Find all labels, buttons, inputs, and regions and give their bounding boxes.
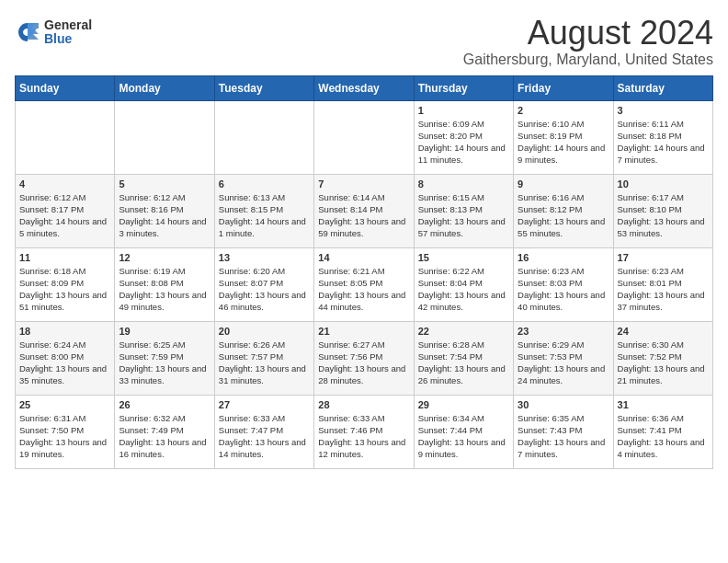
- day-number: 29: [418, 399, 509, 410]
- logo: General Blue: [15, 18, 92, 47]
- calendar-cell: 11Sunrise: 6:18 AMSunset: 8:09 PMDayligh…: [16, 247, 115, 321]
- header-sunday: Sunday: [16, 75, 115, 100]
- calendar-cell: 2Sunrise: 6:10 AMSunset: 8:19 PMDaylight…: [514, 100, 613, 174]
- calendar-cell: 23Sunrise: 6:29 AMSunset: 7:53 PMDayligh…: [514, 321, 613, 395]
- calendar-cell: 12Sunrise: 6:19 AMSunset: 8:08 PMDayligh…: [115, 247, 214, 321]
- calendar-cell: 28Sunrise: 6:33 AMSunset: 7:46 PMDayligh…: [314, 395, 414, 468]
- day-info: Sunrise: 6:32 AMSunset: 7:49 PMDaylight:…: [119, 412, 210, 461]
- day-info: Sunrise: 6:12 AMSunset: 8:16 PMDaylight:…: [119, 191, 210, 240]
- calendar-cell: 30Sunrise: 6:35 AMSunset: 7:43 PMDayligh…: [514, 395, 613, 468]
- calendar-cell: [16, 100, 115, 174]
- day-info: Sunrise: 6:34 AMSunset: 7:44 PMDaylight:…: [418, 412, 509, 461]
- day-info: Sunrise: 6:35 AMSunset: 7:43 PMDaylight:…: [518, 412, 609, 461]
- day-number: 27: [219, 399, 310, 410]
- day-number: 23: [518, 326, 609, 337]
- calendar-cell: 29Sunrise: 6:34 AMSunset: 7:44 PMDayligh…: [414, 395, 513, 468]
- calendar-cell: 3Sunrise: 6:11 AMSunset: 8:18 PMDaylight…: [613, 100, 712, 174]
- day-number: 17: [618, 252, 709, 263]
- day-number: 3: [618, 105, 709, 116]
- day-info: Sunrise: 6:14 AMSunset: 8:14 PMDaylight:…: [318, 191, 409, 240]
- day-number: 1: [418, 105, 509, 116]
- day-info: Sunrise: 6:24 AMSunset: 8:00 PMDaylight:…: [19, 339, 110, 387]
- calendar-cell: 19Sunrise: 6:25 AMSunset: 7:59 PMDayligh…: [115, 321, 214, 395]
- calendar-table: SundayMondayTuesdayWednesdayThursdayFrid…: [15, 75, 713, 469]
- header-friday: Friday: [514, 75, 613, 100]
- day-number: 6: [219, 178, 310, 190]
- calendar-cell: 24Sunrise: 6:30 AMSunset: 7:52 PMDayligh…: [613, 321, 712, 395]
- calendar-cell: 26Sunrise: 6:32 AMSunset: 7:49 PMDayligh…: [115, 395, 214, 468]
- day-info: Sunrise: 6:13 AMSunset: 8:15 PMDaylight:…: [219, 191, 310, 240]
- calendar-cell: 15Sunrise: 6:22 AMSunset: 8:04 PMDayligh…: [414, 247, 513, 321]
- day-number: 18: [19, 326, 110, 337]
- day-number: 4: [19, 178, 110, 190]
- calendar-cell: 10Sunrise: 6:17 AMSunset: 8:10 PMDayligh…: [613, 174, 712, 247]
- day-info: Sunrise: 6:11 AMSunset: 8:18 PMDaylight:…: [618, 118, 709, 167]
- day-info: Sunrise: 6:16 AMSunset: 8:12 PMDaylight:…: [518, 191, 609, 240]
- calendar-cell: 16Sunrise: 6:23 AMSunset: 8:03 PMDayligh…: [514, 247, 613, 321]
- day-info: Sunrise: 6:15 AMSunset: 8:13 PMDaylight:…: [418, 191, 509, 240]
- calendar-cell: [214, 100, 313, 174]
- week-row-4: 25Sunrise: 6:31 AMSunset: 7:50 PMDayligh…: [16, 395, 713, 468]
- month-title: August 2024: [463, 15, 713, 52]
- day-info: Sunrise: 6:27 AMSunset: 7:56 PMDaylight:…: [318, 339, 409, 387]
- week-row-0: 1Sunrise: 6:09 AMSunset: 8:20 PMDaylight…: [16, 100, 713, 174]
- day-info: Sunrise: 6:28 AMSunset: 7:54 PMDaylight:…: [418, 339, 509, 387]
- day-number: 28: [318, 399, 409, 410]
- header-monday: Monday: [115, 75, 214, 100]
- day-info: Sunrise: 6:36 AMSunset: 7:41 PMDaylight:…: [618, 412, 709, 461]
- day-info: Sunrise: 6:26 AMSunset: 7:57 PMDaylight:…: [219, 339, 310, 387]
- calendar-cell: [314, 100, 414, 174]
- title-section: August 2024 Gaithersburg, Maryland, Unit…: [463, 15, 713, 68]
- day-number: 14: [318, 252, 409, 263]
- logo-blue-text: Blue: [44, 32, 92, 46]
- day-number: 26: [119, 399, 210, 410]
- day-number: 15: [418, 252, 509, 263]
- calendar-cell: 1Sunrise: 6:09 AMSunset: 8:20 PMDaylight…: [414, 100, 513, 174]
- day-number: 31: [618, 399, 709, 410]
- day-number: 5: [119, 178, 210, 190]
- day-info: Sunrise: 6:18 AMSunset: 8:09 PMDaylight:…: [19, 265, 110, 314]
- page-header: General Blue August 2024 Gaithersburg, M…: [15, 15, 713, 68]
- header-wednesday: Wednesday: [314, 75, 414, 100]
- header-thursday: Thursday: [414, 75, 513, 100]
- calendar-cell: 17Sunrise: 6:23 AMSunset: 8:01 PMDayligh…: [613, 247, 712, 321]
- calendar-cell: 14Sunrise: 6:21 AMSunset: 8:05 PMDayligh…: [314, 247, 414, 321]
- day-number: 12: [119, 252, 210, 263]
- day-info: Sunrise: 6:09 AMSunset: 8:20 PMDaylight:…: [418, 118, 509, 167]
- day-info: Sunrise: 6:21 AMSunset: 8:05 PMDaylight:…: [318, 265, 409, 314]
- logo-general-text: General: [44, 18, 92, 32]
- day-number: 25: [19, 399, 110, 410]
- day-info: Sunrise: 6:19 AMSunset: 8:08 PMDaylight:…: [119, 265, 210, 314]
- day-info: Sunrise: 6:17 AMSunset: 8:10 PMDaylight:…: [618, 191, 709, 240]
- week-row-2: 11Sunrise: 6:18 AMSunset: 8:09 PMDayligh…: [16, 247, 713, 321]
- day-info: Sunrise: 6:25 AMSunset: 7:59 PMDaylight:…: [119, 339, 210, 387]
- calendar-cell: [115, 100, 214, 174]
- day-number: 10: [618, 178, 709, 190]
- logo-icon: [15, 19, 40, 45]
- day-info: Sunrise: 6:30 AMSunset: 7:52 PMDaylight:…: [618, 339, 709, 387]
- day-info: Sunrise: 6:10 AMSunset: 8:19 PMDaylight:…: [518, 118, 609, 167]
- day-info: Sunrise: 6:12 AMSunset: 8:17 PMDaylight:…: [19, 191, 110, 240]
- day-info: Sunrise: 6:23 AMSunset: 8:03 PMDaylight:…: [518, 265, 609, 314]
- calendar-cell: 21Sunrise: 6:27 AMSunset: 7:56 PMDayligh…: [314, 321, 414, 395]
- week-row-1: 4Sunrise: 6:12 AMSunset: 8:17 PMDaylight…: [16, 174, 713, 247]
- day-number: 13: [219, 252, 310, 263]
- day-info: Sunrise: 6:29 AMSunset: 7:53 PMDaylight:…: [518, 339, 609, 387]
- day-info: Sunrise: 6:20 AMSunset: 8:07 PMDaylight:…: [219, 265, 310, 314]
- day-info: Sunrise: 6:23 AMSunset: 8:01 PMDaylight:…: [618, 265, 709, 314]
- day-number: 8: [418, 178, 509, 190]
- calendar-cell: 6Sunrise: 6:13 AMSunset: 8:15 PMDaylight…: [214, 174, 313, 247]
- calendar-cell: 5Sunrise: 6:12 AMSunset: 8:16 PMDaylight…: [115, 174, 214, 247]
- day-number: 19: [119, 326, 210, 337]
- day-number: 7: [318, 178, 409, 190]
- header-saturday: Saturday: [613, 75, 712, 100]
- day-info: Sunrise: 6:33 AMSunset: 7:46 PMDaylight:…: [318, 412, 409, 461]
- day-number: 9: [518, 178, 609, 190]
- day-info: Sunrise: 6:31 AMSunset: 7:50 PMDaylight:…: [19, 412, 110, 461]
- calendar-cell: 18Sunrise: 6:24 AMSunset: 8:00 PMDayligh…: [16, 321, 115, 395]
- day-number: 24: [618, 326, 709, 337]
- day-number: 11: [19, 252, 110, 263]
- header-tuesday: Tuesday: [214, 75, 313, 100]
- calendar-cell: 13Sunrise: 6:20 AMSunset: 8:07 PMDayligh…: [214, 247, 313, 321]
- calendar-cell: 4Sunrise: 6:12 AMSunset: 8:17 PMDaylight…: [16, 174, 115, 247]
